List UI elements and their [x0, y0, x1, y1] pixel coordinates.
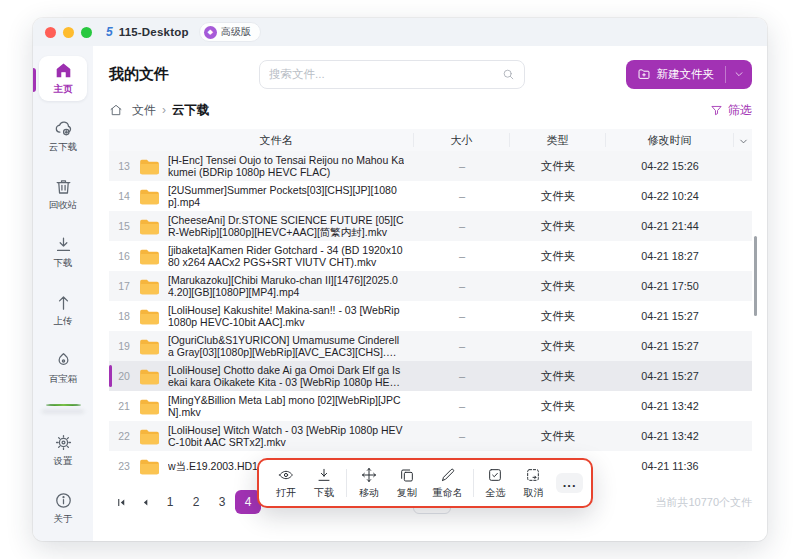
vertical-scrollbar[interactable] — [754, 236, 757, 316]
file-type: 文件夹 — [510, 159, 606, 174]
row-index: 20 — [109, 370, 139, 382]
deselect-button[interactable]: 取消 — [514, 467, 552, 500]
move-button[interactable]: 移动 — [350, 467, 388, 500]
row-index: 17 — [109, 280, 139, 292]
sidebar-item-label: 百宝箱 — [49, 373, 78, 386]
page-number[interactable]: 2 — [183, 490, 209, 514]
username-blurred — [42, 411, 84, 412]
premium-badge-label: 高级版 — [221, 25, 251, 39]
gem-icon: ◆ — [204, 26, 217, 39]
file-size: – — [414, 220, 510, 232]
minimize-window-button[interactable] — [63, 27, 74, 38]
table-row[interactable]: 18 [LoliHouse] Kakushite! Makina-san!! -… — [109, 301, 752, 331]
zoom-window-button[interactable] — [81, 27, 92, 38]
app-window: 5 115-Desktop ◆ 高级版 主页 云下载 — [33, 18, 767, 541]
breadcrumb-root[interactable]: 文件 — [132, 102, 156, 119]
search-box — [259, 60, 525, 89]
folder-icon — [139, 248, 160, 265]
table-row[interactable]: 21 [MingY&Billion Meta Lab] mono [02][We… — [109, 391, 752, 421]
table-header: 文件名 大小 类型 修改时间 — [109, 129, 752, 151]
col-type[interactable]: 类型 — [510, 133, 606, 147]
file-type: 文件夹 — [510, 309, 606, 324]
select-all-icon — [487, 467, 503, 483]
new-folder-dropdown[interactable] — [726, 60, 752, 89]
column-options-button[interactable] — [734, 133, 752, 147]
table-row-selected[interactable]: 20 [LoliHouse] Chotto dake Ai ga Omoi Da… — [109, 361, 752, 391]
sidebar-item-recycle-bin[interactable]: 回收站 — [39, 172, 87, 217]
folder-icon — [139, 368, 160, 385]
copy-icon — [399, 467, 415, 483]
premium-badge[interactable]: ◆ 高级版 — [199, 22, 261, 42]
folder-icon — [139, 158, 160, 175]
folder-icon — [139, 458, 160, 475]
file-time: 04-21 15:27 — [606, 370, 734, 382]
eye-icon — [278, 467, 294, 483]
folder-icon — [139, 188, 160, 205]
breadcrumb-home-icon[interactable] — [109, 103, 123, 117]
file-table: 文件名 大小 类型 修改时间 13 [H-Enc] Tensei Oujo to… — [109, 129, 752, 481]
folder-icon — [139, 308, 160, 325]
file-type: 文件夹 — [510, 189, 606, 204]
file-name: [2USummer]Summer Pockets[03][CHS][JP][10… — [168, 184, 404, 209]
table-row[interactable]: 14 [2USummer]Summer Pockets[03][CHS][JP]… — [109, 181, 752, 211]
table-row[interactable]: 19 [OguriClub&S1YURICON] Umamusume Cinde… — [109, 331, 752, 361]
sidebar-item-upload[interactable]: 上传 — [39, 288, 87, 333]
prev-page-button[interactable] — [133, 490, 157, 514]
sidebar-item-download[interactable]: 下载 — [39, 230, 87, 275]
rename-button[interactable]: 重命名 — [426, 467, 470, 500]
active-indicator — [33, 68, 36, 92]
col-time[interactable]: 修改时间 — [606, 133, 734, 147]
sidebar-item-about[interactable]: 关于 — [39, 486, 87, 531]
page-number[interactable]: 1 — [157, 490, 183, 514]
filter-button[interactable]: 筛选 — [710, 102, 752, 119]
selection-toolbar: 打开 下载 移动 复制 重命名 全选 — [257, 458, 593, 508]
copy-button[interactable]: 复制 — [388, 467, 426, 500]
file-type: 文件夹 — [510, 339, 606, 354]
table-row[interactable]: 16 [jibaketa]Kamen Rider Gotchard - 34 (… — [109, 241, 752, 271]
gear-icon — [54, 433, 73, 452]
first-page-button[interactable] — [109, 490, 133, 514]
table-row[interactable]: 15 [CheeseAni] Dr.STONE SCIENCE FUTURE [… — [109, 211, 752, 241]
sidebar-item-settings[interactable]: 设置 — [39, 428, 87, 473]
more-actions-button[interactable]: ... — [556, 473, 583, 493]
download-button[interactable]: 下载 — [305, 467, 343, 500]
sidebar-item-cloud-download[interactable]: 云下载 — [39, 114, 87, 159]
window-controls — [45, 27, 92, 38]
table-row[interactable]: 22 [LoliHouse] Witch Watch - 03 [WebRip … — [109, 421, 752, 451]
new-folder-button[interactable]: 新建文件夹 — [626, 60, 753, 89]
file-name: [LoliHouse] Chotto dake Ai ga Omoi Dark … — [168, 364, 404, 389]
row-index: 14 — [109, 190, 139, 202]
toolbar-divider — [346, 469, 347, 497]
file-type: 文件夹 — [510, 399, 606, 414]
open-button[interactable]: 打开 — [267, 467, 305, 500]
file-size: – — [414, 190, 510, 202]
file-type: 文件夹 — [510, 249, 606, 264]
file-type: 文件夹 — [510, 429, 606, 444]
close-window-button[interactable] — [45, 27, 56, 38]
deselect-icon — [525, 467, 541, 483]
sidebar-item-treasure[interactable]: 百宝箱 — [39, 346, 87, 391]
app-logo-icon: 5 — [106, 25, 113, 39]
search-input[interactable] — [269, 68, 502, 80]
col-size[interactable]: 大小 — [414, 133, 510, 147]
avatar[interactable] — [46, 404, 81, 406]
file-name: [H-Enc] Tensei Oujo to Tensai Reijou no … — [168, 154, 404, 179]
file-name: [OguriClub&S1YURICON] Umamusume Cinderel… — [168, 334, 404, 359]
row-index: 22 — [109, 430, 139, 442]
col-name[interactable]: 文件名 — [139, 133, 414, 147]
table-row[interactable]: 17 [Marukazoku][Chibi Maruko-chan II][14… — [109, 271, 752, 301]
file-time: 04-21 18:27 — [606, 250, 734, 262]
search-icon[interactable] — [502, 68, 515, 81]
file-size: – — [414, 430, 510, 442]
table-row[interactable]: 13 [H-Enc] Tensei Oujo to Tensai Reijou … — [109, 151, 752, 181]
row-index: 19 — [109, 340, 139, 352]
breadcrumb-separator: › — [162, 103, 166, 117]
sidebar-item-home[interactable]: 主页 — [39, 56, 87, 101]
select-all-button[interactable]: 全选 — [476, 467, 514, 500]
page-number[interactable]: 3 — [209, 490, 235, 514]
file-time: 04-22 15:26 — [606, 160, 734, 172]
cloud-download-icon — [54, 119, 73, 138]
file-time: 04-21 17:50 — [606, 280, 734, 292]
trash-icon — [54, 177, 73, 196]
folder-icon — [139, 398, 160, 415]
